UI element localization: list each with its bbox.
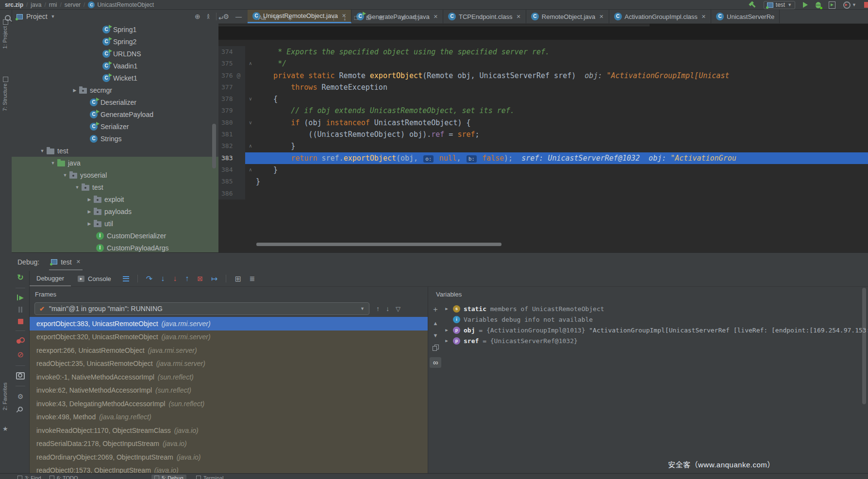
gutter-line-number[interactable]: 376@ [218,70,245,82]
move-up-icon[interactable]: ▲ [433,320,438,326]
up-icon[interactable]: ↑ [376,305,380,313]
funnel-icon[interactable]: ▽ [414,14,418,21]
gutter-line-number[interactable]: 384 [218,164,245,176]
tree-expanded-arrow-icon[interactable]: ▼ [38,149,47,153]
favorites-star-icon[interactable]: ★ [2,425,8,432]
view-breakpoints-icon[interactable] [17,337,25,344]
tree-item-test[interactable]: ▼test [12,181,218,193]
editor-tab[interactable]: CUnicastServerRe [711,10,780,23]
debug-icon[interactable] [816,2,821,8]
variable-row[interactable]: iVariables debug info not available [444,314,868,325]
tool-window-button-debug[interactable]: 5: Debug [151,475,186,479]
chevron-down-icon[interactable]: ▼ [360,306,365,311]
variable-row[interactable]: ▶pobj = {ActivationGroupImpl@1013} "Acti… [444,325,868,335]
collapse-all-icon[interactable]: ∧ [207,14,210,19]
stop-icon[interactable] [864,2,868,8]
rerun-icon[interactable]: ↻ [17,274,23,281]
tree-item-util[interactable]: ▶util [12,217,218,230]
debug-session-tab[interactable]: test ✕ [51,253,81,271]
tree-item-spring1[interactable]: CSpring1 [12,23,218,35]
tree-item-urldns[interactable]: CURLDNS [12,48,218,60]
tree-item-customdeserializer[interactable]: ICustomDeserializer [12,230,218,242]
gutter-line-number[interactable]: 375 [218,58,245,69]
enter-icon[interactable]: ↵ [218,14,224,22]
stack-frame-row[interactable]: readObject0:1573, ObjectInputStream(java… [30,464,428,474]
stack-frame-row[interactable]: invoke:43, DelegatingMethodAccessorImpl(… [30,397,428,411]
step-into-icon[interactable]: ↓ [161,274,165,283]
tree-collapsed-arrow-icon[interactable]: ▶ [85,209,94,214]
search-icon[interactable] [5,15,11,21]
next-icon[interactable]: ↓ [343,14,347,22]
stack-frame-row[interactable]: readObject:235, UnicastRemoteObject(java… [30,357,428,371]
pause-icon[interactable] [18,307,22,313]
build-icon[interactable] [748,0,757,10]
step-out-icon[interactable]: ↑ [185,274,189,283]
run-to-cursor-icon[interactable]: ↦ [211,274,217,283]
debug-tab-console[interactable]: ▸Console [71,271,118,286]
tree-item-spring2[interactable]: CSpring2 [12,35,218,48]
thread-dump-icon[interactable] [16,372,25,380]
editor-tab[interactable]: CTCPEndpoint.class✕ [443,10,526,23]
stack-frame-row[interactable]: invoke:62, NativeMethodAccessorImpl(sun.… [30,384,428,397]
evaluate-expression-icon[interactable]: ⊞ [234,274,241,283]
pin-icon[interactable] [17,406,24,413]
thread-dropdown[interactable]: ✔ "main"@1 in group "main": RUNNING ▼ [34,302,369,315]
gutter-line-number[interactable]: 381 [218,129,245,140]
gutter-line-number[interactable]: 386 [218,188,245,199]
breadcrumb-item[interactable]: java [31,1,41,8]
regex-icon[interactable]: ∗ [287,14,293,22]
breadcrumb-item[interactable]: server [65,1,81,8]
stack-frame-row[interactable]: exportObject:320, UnicastRemoteObject(ja… [30,330,428,344]
close-icon[interactable]: ✕ [434,14,438,20]
tree-item-generatepayload[interactable]: CGeneratePayload [12,108,218,120]
stack-frame-row[interactable]: readOrdinaryObject:2069, ObjectInputStre… [30,450,428,464]
tree-item-test[interactable]: ▼test [12,145,218,157]
mute-breakpoints-icon[interactable]: ⊘ [17,350,23,359]
breadcrumb[interactable]: src.zip/java/rmi/server/CUnicastRemoteOb… [5,1,154,8]
add-occurrence-icon[interactable]: ⊞ [366,14,371,21]
run-with-coverage-icon[interactable] [829,1,835,9]
code-editor[interactable]: 374 * Exports the specified object using… [218,40,868,252]
tree-collapsed-arrow-icon[interactable]: ▶ [444,306,450,311]
close-icon[interactable]: ✕ [701,14,706,20]
filter-icon[interactable]: ≡ [401,14,405,22]
force-step-into-icon[interactable]: ↓ [173,274,177,283]
fold-up-icon[interactable]: ∧ [245,58,256,69]
prev-icon[interactable]: ↑ [332,14,335,22]
tree-item-wicket1[interactable]: CWicket1 [12,72,218,84]
close-icon[interactable]: ✕ [76,259,81,265]
step-over-icon[interactable]: ↷ [146,274,152,283]
down-icon[interactable]: ↓ [386,305,389,313]
tree-expanded-arrow-icon[interactable]: ▼ [49,161,57,165]
match-case-icon[interactable]: Aa [258,14,266,21]
tree-collapsed-arrow-icon[interactable]: ▶ [85,197,94,202]
editor-tab[interactable]: CActivationGroupImpl.class✕ [609,10,712,23]
tree-item-exploit[interactable]: ▶exploit [12,193,218,205]
select-all-icon[interactable]: □ [354,14,358,21]
fold-down-icon[interactable]: ∨ [245,93,256,105]
gutter-line-number[interactable]: 380 [218,117,245,129]
variable-row[interactable]: ▶psref = {UnicastServerRef@1032} [444,335,868,346]
stack-frame-row[interactable]: readSerialData:2178, ObjectInputStream(j… [30,437,428,451]
tree-item-deserializer[interactable]: CDeserializer [12,96,218,108]
fold-up-icon[interactable]: ∧ [245,140,256,152]
restore-layout-icon[interactable] [123,276,129,281]
stop-icon[interactable] [18,319,23,324]
fold-up-icon[interactable]: ∧ [245,164,256,176]
tool-window-button-find[interactable]: 3: Find [15,475,44,479]
tree-collapsed-arrow-icon[interactable]: ▶ [444,338,450,343]
gutter-line-number[interactable]: 382 [218,140,245,152]
resume-icon[interactable]: ▶ [17,295,23,300]
tool-window-button[interactable]: 1: Project [2,26,8,49]
breadcrumb-item[interactable]: rmi [49,1,57,8]
tree-item-java[interactable]: ▼java [12,157,218,169]
tree-collapsed-arrow-icon[interactable]: ▶ [85,221,94,226]
gutter-line-number[interactable]: 377 [218,82,245,93]
stack-frame-row[interactable]: invoke0:-1, NativeMethodAccessorImpl(sun… [30,370,428,384]
project-tree-scrollbar[interactable] [212,124,216,168]
tree-expanded-arrow-icon[interactable]: ▼ [61,173,69,178]
tool-window-button[interactable]: 7: Structure [2,83,8,111]
tree-collapsed-arrow-icon[interactable]: ▶ [444,328,450,332]
profiler-button[interactable]: ▼ [843,1,856,9]
debug-tab-debugger[interactable]: Debugger [30,271,71,286]
